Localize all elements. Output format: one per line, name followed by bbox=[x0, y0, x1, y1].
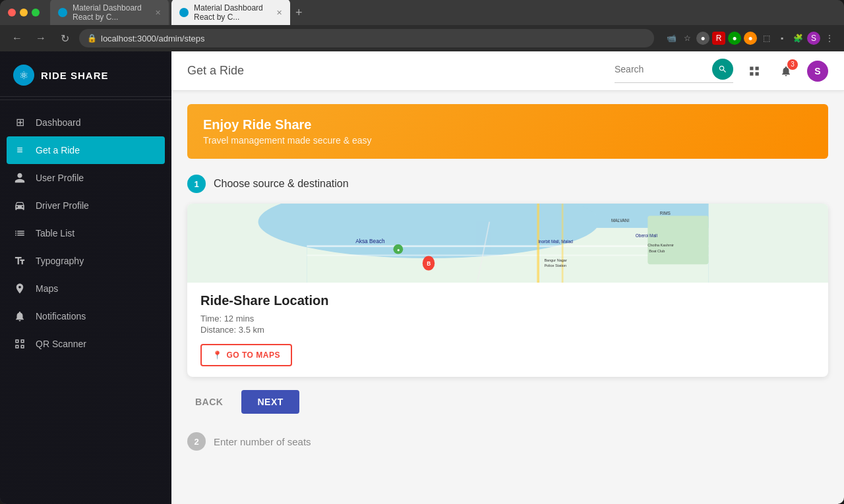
banner-title: Enjoy Ride Share bbox=[203, 117, 812, 132]
sidebar-item-get-a-ride[interactable]: ≡ Get a Ride bbox=[7, 136, 165, 164]
back-button[interactable]: BACK bbox=[187, 391, 231, 412]
user-icon-browser[interactable]: S bbox=[807, 32, 820, 45]
go-maps-label: GO TO MAPS bbox=[227, 350, 280, 360]
sidebar-item-notifications[interactable]: Notifications bbox=[0, 302, 171, 330]
sidebar-item-typography[interactable]: Typography bbox=[0, 247, 171, 275]
brand-icon: ⚛ bbox=[13, 65, 34, 86]
notification-badge: 3 bbox=[787, 59, 798, 70]
sidebar-label-typography: Typography bbox=[36, 256, 84, 266]
svg-text:Oberoi Mall: Oberoi Mall bbox=[636, 233, 657, 238]
sidebar-label-maps: Maps bbox=[36, 283, 58, 294]
page-title: Get a Ride bbox=[187, 64, 244, 78]
step2-number: 2 bbox=[187, 432, 206, 451]
sidebar-item-table-list[interactable]: Table List bbox=[0, 219, 171, 247]
lock-icon: 🔒 bbox=[87, 34, 97, 43]
table-icon bbox=[13, 227, 26, 239]
star-icon[interactable]: ☆ bbox=[680, 32, 694, 45]
ext-icon-2[interactable]: R bbox=[712, 32, 725, 45]
svg-text:●: ● bbox=[397, 247, 400, 253]
browser-tab-1[interactable]: Material Dashboard React by C... ✕ bbox=[50, 0, 169, 26]
back-nav-button[interactable]: ← bbox=[8, 29, 26, 47]
ext-icon-4[interactable]: ● bbox=[744, 32, 757, 45]
url-bar[interactable]: 🔒 localhost:3000/admin/steps bbox=[79, 29, 654, 47]
ext-icon-5[interactable]: ⬚ bbox=[760, 32, 773, 45]
search-button[interactable] bbox=[712, 59, 733, 80]
sidebar-label-get-a-ride: Get a Ride bbox=[36, 145, 80, 155]
sidebar-nav: ⊞ Dashboard ≡ Get a Ride User Profile bbox=[0, 103, 171, 504]
step-navigation: BACK NEXT bbox=[187, 390, 828, 414]
svg-text:Chotha Kashmir: Chotha Kashmir bbox=[648, 243, 674, 247]
sidebar-label-user-profile: User Profile bbox=[36, 173, 84, 183]
page-content: Enjoy Ride Share Travel management made … bbox=[171, 91, 844, 504]
sidebar-item-driver-profile[interactable]: Driver Profile bbox=[0, 192, 171, 219]
main-header: Get a Ride 3 S bbox=[171, 51, 844, 91]
browser-titlebar: Material Dashboard React by C... ✕ Mater… bbox=[0, 0, 844, 25]
terminal-icon[interactable]: ▪ bbox=[775, 32, 789, 45]
brand-name: RIDE SHARE bbox=[41, 70, 109, 81]
tab-close-1[interactable]: ✕ bbox=[155, 9, 161, 17]
new-tab-button[interactable]: + bbox=[295, 6, 303, 20]
video-icon[interactable]: 📹 bbox=[665, 32, 678, 45]
get-a-ride-icon: ≡ bbox=[13, 144, 26, 156]
qr-icon bbox=[13, 338, 26, 350]
tab-close-2[interactable]: ✕ bbox=[276, 9, 282, 17]
location-time: Time: 12 mins bbox=[200, 314, 815, 323]
browser-toolbar: ← → ↻ 🔒 localhost:3000/admin/steps 📹 ☆ ●… bbox=[0, 25, 844, 51]
svg-text:Aksa Beach: Aksa Beach bbox=[355, 238, 385, 244]
svg-text:RIMS: RIMS bbox=[660, 211, 671, 215]
sidebar-divider bbox=[0, 99, 171, 100]
driver-icon bbox=[13, 200, 26, 211]
sidebar-label-driver-profile: Driver Profile bbox=[36, 200, 89, 211]
tab-favicon-2 bbox=[179, 8, 189, 17]
svg-text:Inorbit Mall, Malad: Inorbit Mall, Malad bbox=[538, 239, 573, 244]
forward-nav-button[interactable]: → bbox=[32, 29, 50, 47]
app-container: ⚛ RIDE SHARE ⊞ Dashboard ≡ Get a Ride bbox=[0, 51, 844, 504]
reload-button[interactable]: ↻ bbox=[55, 29, 74, 47]
grid-button[interactable] bbox=[744, 61, 765, 82]
browser-tab-2[interactable]: Material Dashboard React by C... ✕ bbox=[171, 0, 290, 26]
url-text: localhost:3000/admin/steps bbox=[101, 34, 205, 43]
puzzle-icon[interactable]: 🧩 bbox=[791, 32, 804, 45]
sidebar-item-maps[interactable]: Maps bbox=[0, 275, 171, 302]
search-input[interactable] bbox=[615, 64, 707, 74]
tab-label-1: Material Dashboard React by C... bbox=[73, 3, 150, 22]
map-container: Aksa Beach ● B Inorbit Mall, Malad Obero… bbox=[187, 204, 828, 283]
sidebar-brand: ⚛ RIDE SHARE bbox=[0, 51, 171, 97]
svg-text:B: B bbox=[427, 260, 431, 267]
sidebar-item-user-profile[interactable]: User Profile bbox=[0, 164, 171, 192]
go-to-maps-button[interactable]: 📍 GO TO MAPS bbox=[200, 344, 292, 366]
sidebar-label-dashboard: Dashboard bbox=[36, 117, 81, 128]
header-right: 3 S bbox=[615, 59, 828, 83]
main-content: Get a Ride 3 S bbox=[171, 51, 844, 504]
maps-icon bbox=[13, 283, 26, 294]
sidebar-label-notifications: Notifications bbox=[36, 311, 86, 322]
typography-icon bbox=[13, 255, 26, 267]
step1-title: Choose source & destination bbox=[214, 178, 349, 190]
minimize-button[interactable] bbox=[20, 9, 28, 16]
step2-header: 2 Enter number of seats bbox=[187, 430, 828, 453]
location-card: Aksa Beach ● B Inorbit Mall, Malad Obero… bbox=[187, 204, 828, 377]
close-button[interactable] bbox=[8, 9, 16, 16]
notifications-icon bbox=[13, 310, 26, 322]
maximize-button[interactable] bbox=[32, 9, 40, 16]
svg-text:Bangur Nagar: Bangur Nagar bbox=[544, 258, 567, 262]
sidebar: ⚛ RIDE SHARE ⊞ Dashboard ≡ Get a Ride bbox=[0, 51, 171, 504]
next-button[interactable]: NEXT bbox=[241, 390, 299, 414]
location-info: Ride-Share Location Time: 12 mins Distan… bbox=[187, 283, 828, 377]
menu-icon[interactable]: ⋮ bbox=[823, 32, 836, 45]
step2-title: Enter number of seats bbox=[214, 436, 311, 447]
step1-header: 1 Choose source & destination bbox=[187, 175, 828, 193]
traffic-lights bbox=[8, 9, 40, 16]
sidebar-item-qr-scanner[interactable]: QR Scanner bbox=[0, 330, 171, 358]
svg-text:Police Station: Police Station bbox=[544, 264, 566, 267]
user-avatar[interactable]: S bbox=[807, 61, 828, 82]
tab-favicon-1 bbox=[58, 8, 67, 17]
svg-text:Boat Club: Boat Club bbox=[649, 249, 665, 253]
ext-icon-1[interactable]: ● bbox=[696, 32, 709, 45]
tabs-bar: Material Dashboard React by C... ✕ Mater… bbox=[50, 0, 836, 26]
notification-button[interactable]: 3 bbox=[775, 61, 797, 82]
ext-icon-3[interactable]: ● bbox=[728, 32, 741, 45]
sidebar-item-dashboard[interactable]: ⊞ Dashboard bbox=[0, 108, 171, 136]
sidebar-label-qr-scanner: QR Scanner bbox=[36, 339, 86, 349]
location-title: Ride-Share Location bbox=[200, 293, 815, 308]
